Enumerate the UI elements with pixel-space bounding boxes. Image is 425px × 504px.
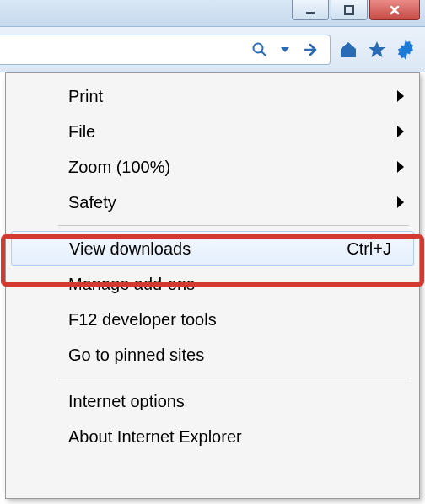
maximize-button[interactable] (331, 0, 368, 20)
menu-item-file[interactable]: File (8, 114, 417, 149)
search-icon[interactable] (249, 39, 271, 61)
menu-label: Manage add-ons (68, 275, 392, 294)
menu-label: Internet options (68, 392, 392, 411)
window-titlebar (0, 0, 425, 27)
menu-item-about[interactable]: About Internet Explorer (8, 419, 417, 454)
tools-gear-icon[interactable] (395, 39, 417, 61)
menu-separator (58, 378, 409, 378)
menu-item-manage-addons[interactable]: Manage add-ons (8, 266, 417, 302)
tools-menu: Print File Zoom (100%) Safety View downl… (5, 72, 420, 499)
submenu-arrow-icon (397, 90, 404, 102)
menu-item-print[interactable]: Print (8, 78, 417, 114)
favorites-star-icon[interactable] (366, 39, 388, 61)
address-bar-controls (0, 35, 331, 65)
menu-item-safety[interactable]: Safety (8, 185, 417, 220)
menu-item-view-downloads[interactable]: View downloads Ctrl+J (11, 231, 414, 266)
menu-item-internet-options[interactable]: Internet options (8, 383, 417, 419)
menu-label: Print (68, 87, 392, 106)
search-dropdown-icon[interactable] (281, 47, 289, 52)
submenu-arrow-icon (397, 126, 404, 137)
menu-label: Zoom (100%) (68, 158, 392, 177)
menu-label: About Internet Explorer (68, 427, 392, 447)
go-arrow-icon[interactable] (299, 39, 321, 61)
menu-label: File (68, 122, 392, 142)
menu-separator (58, 225, 409, 226)
menu-item-pinned-sites[interactable]: Go to pinned sites (8, 337, 417, 373)
submenu-arrow-icon (397, 196, 404, 208)
menu-label: F12 developer tools (68, 310, 392, 330)
svg-rect-0 (306, 12, 315, 14)
submenu-arrow-icon (397, 161, 404, 173)
menu-shortcut: Ctrl+J (347, 239, 391, 259)
minimize-button[interactable] (292, 0, 329, 20)
menu-item-f12-tools[interactable]: F12 developer tools (8, 302, 417, 337)
home-icon[interactable] (337, 39, 359, 61)
svg-rect-1 (345, 6, 353, 14)
menu-label: Safety (68, 193, 392, 212)
browser-toolbar (0, 27, 425, 72)
svg-line-3 (262, 51, 266, 56)
close-button[interactable] (369, 0, 420, 20)
menu-label: View downloads (69, 239, 347, 259)
menu-item-zoom[interactable]: Zoom (100%) (8, 149, 417, 185)
menu-label: Go to pinned sites (68, 346, 392, 365)
